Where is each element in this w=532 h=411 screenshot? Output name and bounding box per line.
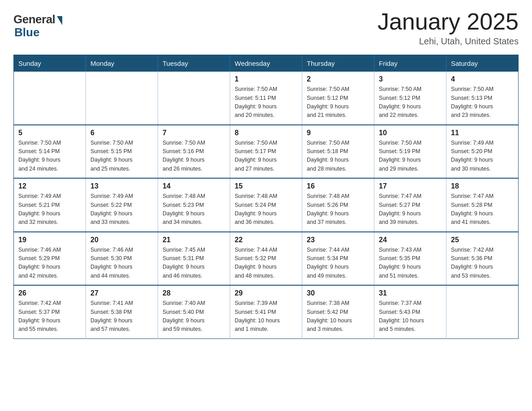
calendar-cell: 21Sunrise: 7:45 AMSunset: 5:31 PMDayligh… bbox=[158, 232, 230, 286]
day-of-week-wednesday: Wednesday bbox=[230, 55, 302, 72]
day-number: 7 bbox=[163, 129, 225, 137]
day-number: 4 bbox=[451, 75, 514, 83]
day-number: 10 bbox=[379, 129, 442, 137]
day-info: Sunrise: 7:41 AMSunset: 5:38 PMDaylight:… bbox=[90, 299, 153, 334]
logo-blue-text: Blue bbox=[14, 26, 39, 39]
calendar-cell: 22Sunrise: 7:44 AMSunset: 5:32 PMDayligh… bbox=[230, 232, 302, 286]
day-info: Sunrise: 7:38 AMSunset: 5:42 PMDaylight:… bbox=[307, 299, 369, 334]
day-info: Sunrise: 7:43 AMSunset: 5:35 PMDaylight:… bbox=[379, 246, 442, 281]
day-number: 29 bbox=[235, 289, 297, 297]
day-number: 21 bbox=[163, 236, 225, 244]
location-text: Lehi, Utah, United States bbox=[378, 36, 519, 47]
calendar-cell: 31Sunrise: 7:37 AMSunset: 5:43 PMDayligh… bbox=[374, 285, 446, 338]
calendar-cell: 30Sunrise: 7:38 AMSunset: 5:42 PMDayligh… bbox=[302, 285, 374, 338]
day-info: Sunrise: 7:48 AMSunset: 5:26 PMDaylight:… bbox=[307, 192, 369, 227]
day-info: Sunrise: 7:42 AMSunset: 5:37 PMDaylight:… bbox=[18, 299, 81, 334]
day-number: 18 bbox=[451, 182, 514, 190]
day-number: 11 bbox=[451, 129, 514, 137]
day-info: Sunrise: 7:50 AMSunset: 5:18 PMDaylight:… bbox=[307, 139, 369, 174]
calendar-cell: 15Sunrise: 7:48 AMSunset: 5:24 PMDayligh… bbox=[230, 178, 302, 232]
day-info: Sunrise: 7:50 AMSunset: 5:12 PMDaylight:… bbox=[307, 85, 369, 120]
day-info: Sunrise: 7:37 AMSunset: 5:43 PMDaylight:… bbox=[379, 299, 442, 334]
day-info: Sunrise: 7:49 AMSunset: 5:20 PMDaylight:… bbox=[451, 139, 514, 174]
calendar-cell: 6Sunrise: 7:50 AMSunset: 5:15 PMDaylight… bbox=[86, 125, 158, 179]
logo: General Blue bbox=[13, 9, 62, 39]
calendar-cell: 1Sunrise: 7:50 AMSunset: 5:11 PMDaylight… bbox=[230, 72, 302, 125]
calendar-week-3: 12Sunrise: 7:49 AMSunset: 5:21 PMDayligh… bbox=[14, 178, 519, 232]
calendar-cell: 5Sunrise: 7:50 AMSunset: 5:14 PMDaylight… bbox=[14, 125, 86, 179]
day-of-week-sunday: Sunday bbox=[14, 55, 86, 72]
logo-triangle-icon bbox=[57, 16, 62, 25]
day-number: 25 bbox=[451, 236, 514, 244]
calendar-cell: 26Sunrise: 7:42 AMSunset: 5:37 PMDayligh… bbox=[14, 285, 86, 338]
day-info: Sunrise: 7:48 AMSunset: 5:24 PMDaylight:… bbox=[235, 192, 297, 227]
calendar-body: 1Sunrise: 7:50 AMSunset: 5:11 PMDaylight… bbox=[14, 72, 519, 338]
day-info: Sunrise: 7:40 AMSunset: 5:40 PMDaylight:… bbox=[163, 299, 225, 334]
calendar-cell bbox=[86, 72, 158, 125]
calendar-cell: 29Sunrise: 7:39 AMSunset: 5:41 PMDayligh… bbox=[230, 285, 302, 338]
calendar-cell: 16Sunrise: 7:48 AMSunset: 5:26 PMDayligh… bbox=[302, 178, 374, 232]
day-info: Sunrise: 7:50 AMSunset: 5:13 PMDaylight:… bbox=[451, 85, 514, 120]
page-header: General Blue January 2025 Lehi, Utah, Un… bbox=[13, 9, 519, 47]
day-number: 13 bbox=[90, 182, 153, 190]
day-of-week-tuesday: Tuesday bbox=[158, 55, 230, 72]
day-info: Sunrise: 7:39 AMSunset: 5:41 PMDaylight:… bbox=[235, 299, 297, 334]
days-of-week-row: SundayMondayTuesdayWednesdayThursdayFrid… bbox=[14, 55, 519, 72]
day-info: Sunrise: 7:45 AMSunset: 5:31 PMDaylight:… bbox=[163, 246, 225, 281]
day-number: 15 bbox=[235, 182, 297, 190]
calendar-header: SundayMondayTuesdayWednesdayThursdayFrid… bbox=[14, 55, 519, 72]
calendar-week-1: 1Sunrise: 7:50 AMSunset: 5:11 PMDaylight… bbox=[14, 72, 519, 125]
calendar-cell: 4Sunrise: 7:50 AMSunset: 5:13 PMDaylight… bbox=[446, 72, 519, 125]
calendar-cell: 23Sunrise: 7:44 AMSunset: 5:34 PMDayligh… bbox=[302, 232, 374, 286]
calendar-cell: 8Sunrise: 7:50 AMSunset: 5:17 PMDaylight… bbox=[230, 125, 302, 179]
calendar-cell bbox=[14, 72, 86, 125]
day-number: 5 bbox=[18, 129, 81, 137]
day-info: Sunrise: 7:47 AMSunset: 5:28 PMDaylight:… bbox=[451, 192, 514, 227]
calendar-cell: 27Sunrise: 7:41 AMSunset: 5:38 PMDayligh… bbox=[86, 285, 158, 338]
day-info: Sunrise: 7:42 AMSunset: 5:36 PMDaylight:… bbox=[451, 246, 514, 281]
calendar-cell: 19Sunrise: 7:46 AMSunset: 5:29 PMDayligh… bbox=[14, 232, 86, 286]
day-info: Sunrise: 7:49 AMSunset: 5:21 PMDaylight:… bbox=[18, 192, 81, 227]
day-number: 23 bbox=[307, 236, 369, 244]
day-number: 27 bbox=[90, 289, 153, 297]
day-info: Sunrise: 7:48 AMSunset: 5:23 PMDaylight:… bbox=[163, 192, 225, 227]
calendar-cell: 24Sunrise: 7:43 AMSunset: 5:35 PMDayligh… bbox=[374, 232, 446, 286]
logo-general-text: General bbox=[13, 13, 55, 26]
day-number: 8 bbox=[235, 129, 297, 137]
day-of-week-monday: Monday bbox=[86, 55, 158, 72]
day-info: Sunrise: 7:50 AMSunset: 5:14 PMDaylight:… bbox=[18, 139, 81, 174]
day-number: 22 bbox=[235, 236, 297, 244]
day-number: 12 bbox=[18, 182, 81, 190]
calendar-week-5: 26Sunrise: 7:42 AMSunset: 5:37 PMDayligh… bbox=[14, 285, 519, 338]
day-number: 3 bbox=[379, 75, 442, 83]
calendar-cell: 3Sunrise: 7:50 AMSunset: 5:12 PMDaylight… bbox=[374, 72, 446, 125]
calendar-cell: 20Sunrise: 7:46 AMSunset: 5:30 PMDayligh… bbox=[86, 232, 158, 286]
day-info: Sunrise: 7:50 AMSunset: 5:16 PMDaylight:… bbox=[163, 139, 225, 174]
day-info: Sunrise: 7:50 AMSunset: 5:11 PMDaylight:… bbox=[235, 85, 297, 120]
day-number: 14 bbox=[163, 182, 225, 190]
day-number: 20 bbox=[90, 236, 153, 244]
calendar-cell: 9Sunrise: 7:50 AMSunset: 5:18 PMDaylight… bbox=[302, 125, 374, 179]
day-info: Sunrise: 7:50 AMSunset: 5:15 PMDaylight:… bbox=[90, 139, 153, 174]
day-number: 26 bbox=[18, 289, 81, 297]
day-info: Sunrise: 7:46 AMSunset: 5:29 PMDaylight:… bbox=[18, 246, 81, 281]
calendar-cell: 25Sunrise: 7:42 AMSunset: 5:36 PMDayligh… bbox=[446, 232, 519, 286]
day-number: 31 bbox=[379, 289, 442, 297]
calendar-cell: 14Sunrise: 7:48 AMSunset: 5:23 PMDayligh… bbox=[158, 178, 230, 232]
calendar-cell: 11Sunrise: 7:49 AMSunset: 5:20 PMDayligh… bbox=[446, 125, 519, 179]
day-number: 19 bbox=[18, 236, 81, 244]
day-number: 9 bbox=[307, 129, 369, 137]
day-number: 17 bbox=[379, 182, 442, 190]
day-info: Sunrise: 7:49 AMSunset: 5:22 PMDaylight:… bbox=[90, 192, 153, 227]
title-area: January 2025 Lehi, Utah, United States bbox=[378, 9, 519, 47]
calendar-cell: 17Sunrise: 7:47 AMSunset: 5:27 PMDayligh… bbox=[374, 178, 446, 232]
calendar-cell bbox=[158, 72, 230, 125]
day-info: Sunrise: 7:46 AMSunset: 5:30 PMDaylight:… bbox=[90, 246, 153, 281]
calendar-cell: 13Sunrise: 7:49 AMSunset: 5:22 PMDayligh… bbox=[86, 178, 158, 232]
day-number: 28 bbox=[163, 289, 225, 297]
day-number: 6 bbox=[90, 129, 153, 137]
day-number: 30 bbox=[307, 289, 369, 297]
calendar-cell: 10Sunrise: 7:50 AMSunset: 5:19 PMDayligh… bbox=[374, 125, 446, 179]
calendar-week-4: 19Sunrise: 7:46 AMSunset: 5:29 PMDayligh… bbox=[14, 232, 519, 286]
day-number: 1 bbox=[235, 75, 297, 83]
